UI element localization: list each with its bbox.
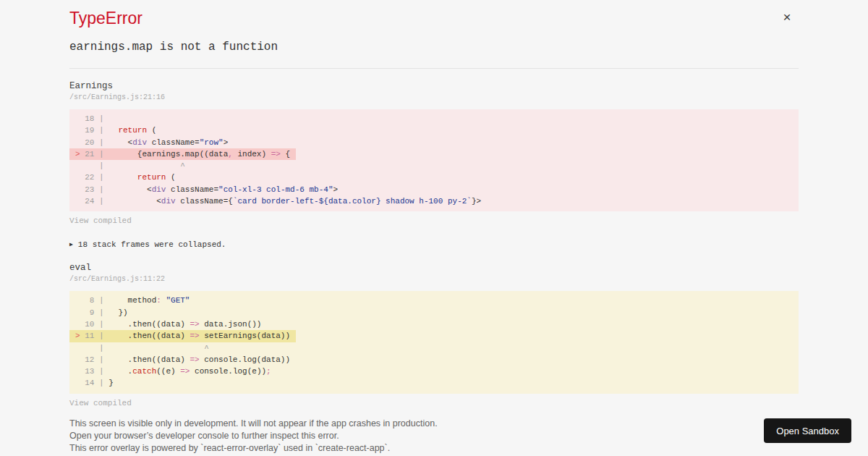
- error-panel: TypeError × earnings.map is not a functi…: [69, 0, 799, 455]
- code-line: 8 | method: "GET": [69, 295, 799, 306]
- error-overlay: { "header": { "title": "TypeError", "mes…: [0, 0, 868, 456]
- footer-note-development: This screen is visible only in developme…: [69, 418, 799, 430]
- code-line: 14 | }: [69, 377, 799, 389]
- code-line: 13 | .catch((e) => console.log(e));: [69, 366, 799, 377]
- code-line-highlighted: > 21 | {earnings.map((data, index) => {: [69, 148, 296, 160]
- code-line: 9 | }): [69, 307, 799, 318]
- stack-frame-function-eval: eval: [69, 263, 799, 273]
- open-sandbox-button[interactable]: Open Sandbox: [764, 418, 851, 443]
- collapsed-frames-toggle[interactable]: ▶18 stack frames were collapsed.: [69, 240, 226, 249]
- code-line: 20 | <div className="row">: [69, 137, 799, 148]
- stack-frame-function-earnings: Earnings: [69, 81, 799, 91]
- stack-frame-path-eval: /src/Earnings.js:11:22: [69, 275, 799, 283]
- divider: [69, 68, 799, 69]
- code-line: 18 |: [69, 113, 799, 124]
- code-line: 23 | <div className="col-xl-3 col-md-6 m…: [69, 184, 799, 195]
- code-line: 22 | return (: [69, 172, 799, 183]
- view-compiled-link-2[interactable]: View compiled: [69, 399, 132, 408]
- stack-frame-path-earnings: /src/Earnings.js:21:16: [69, 93, 799, 101]
- code-line: 24 | <div className={`card border-left-$…: [69, 195, 799, 207]
- close-icon[interactable]: ×: [778, 9, 796, 26]
- code-line: 12 | .then((data) => console.log(data)): [69, 354, 799, 366]
- error-type-title: TypeError: [69, 8, 799, 28]
- error-message: earnings.map is not a function: [69, 41, 799, 54]
- code-line: | ^: [69, 160, 799, 172]
- code-frame-eval: 8 | method: "GET" 9 | }) 10 | .then((dat…: [69, 291, 799, 393]
- code-line-highlighted: > 11 | .then((data) => setEarnings(data)…: [69, 330, 296, 342]
- code-line: | ^: [69, 342, 799, 354]
- collapsed-frames-label: 18 stack frames were collapsed.: [78, 240, 226, 249]
- code-line: 19 | return (: [69, 124, 799, 136]
- view-compiled-link-1[interactable]: View compiled: [69, 216, 132, 225]
- footer-note-console: Open your browser’s developer console to…: [69, 430, 799, 442]
- footer-note-powered-by: This error overlay is powered by `react-…: [69, 442, 799, 455]
- code-line: 10 | .then((data) => data.json()): [69, 318, 799, 330]
- footer-notes: This screen is visible only in developme…: [69, 418, 799, 455]
- expand-triangle-icon: ▶: [69, 241, 73, 248]
- code-frame-earnings: 18 | 19 | return ( 20 | <div className="…: [69, 109, 799, 211]
